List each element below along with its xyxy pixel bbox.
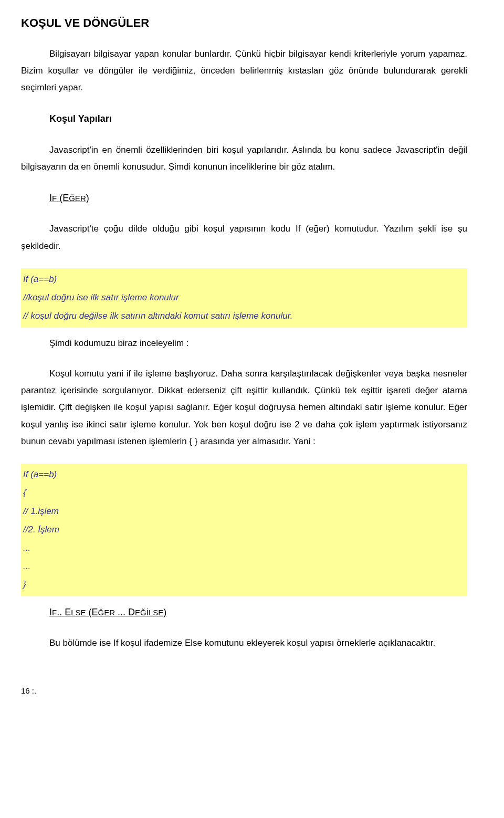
code-line: If (a==b) bbox=[23, 270, 465, 289]
code-line: ... bbox=[23, 539, 465, 558]
main-heading: KOŞUL VE DÖNGÜLER bbox=[21, 16, 467, 31]
if-heading-text: IF (EĞER) bbox=[49, 193, 89, 203]
code-line: { bbox=[23, 484, 465, 502]
code-block-2: If (a==b) { // 1.işlem //2. İşlem ... ..… bbox=[21, 464, 467, 596]
code-block-1: If (a==b) //koşul doğru ise ilk satır iş… bbox=[21, 268, 467, 328]
paragraph-2: Javascript'in en önemli özelliklerinden … bbox=[21, 142, 467, 176]
page-footer: 16 :. bbox=[21, 684, 467, 699]
paragraph-5: Bu bölümde ise If koşul ifademize Else k… bbox=[21, 635, 467, 652]
code-line: //2. İşlem bbox=[23, 521, 465, 539]
code-line: //koşul doğru ise ilk satır işleme konul… bbox=[23, 289, 465, 307]
paragraph-4: Koşul komutu yani if ile işleme başlıyor… bbox=[21, 365, 467, 450]
code-line: If (a==b) bbox=[23, 466, 465, 484]
code-line: // 1.işlem bbox=[23, 502, 465, 521]
if-else-heading-text: IF.. ELSE (EĞER ... DEĞİLSE) bbox=[49, 607, 166, 617]
intro-paragraph: Bilgisayarı bilgisayar yapan konular bun… bbox=[21, 46, 467, 97]
subheading-kosul-yapilari: Koşul Yapıları bbox=[49, 110, 467, 128]
subheading-if: IF (EĞER) bbox=[49, 189, 467, 207]
code-line: } bbox=[23, 575, 465, 594]
code-line: // koşul doğru değilse ilk satırın altın… bbox=[23, 307, 465, 326]
after-code-text: Şimdi kodumuzu biraz inceleyelim : bbox=[49, 335, 467, 352]
paragraph-3: Javascript'te çoğu dilde olduğu gibi koş… bbox=[21, 221, 467, 255]
code-line: ... bbox=[23, 558, 465, 576]
subheading-if-else: IF.. ELSE (EĞER ... DEĞİLSE) bbox=[49, 603, 467, 621]
